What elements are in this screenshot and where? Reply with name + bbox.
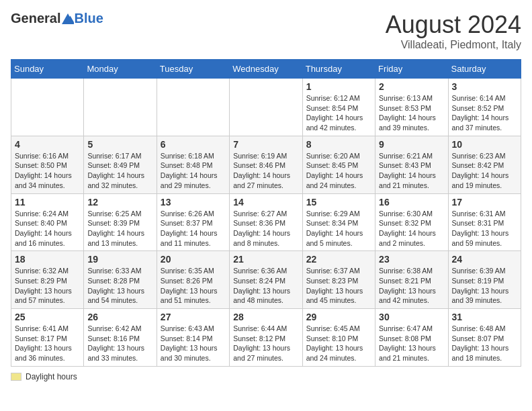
calendar-cell [157,79,229,136]
day-number: 19 [87,254,152,265]
calendar-cell: 2Sunrise: 6:13 AMSunset: 8:53 PMDaylight… [375,79,448,136]
calendar-cell: 5Sunrise: 6:17 AMSunset: 8:49 PMDaylight… [84,136,157,193]
day-detail: Sunrise: 6:48 AMSunset: 8:07 PMDaylight:… [452,324,517,363]
day-number: 9 [379,139,444,150]
calendar-cell: 6Sunrise: 6:18 AMSunset: 8:48 PMDaylight… [157,136,229,193]
day-number: 6 [161,139,226,150]
day-number: 13 [161,197,226,208]
day-detail: Sunrise: 6:14 AMSunset: 8:52 PMDaylight:… [452,93,517,133]
calendar-cell: 11Sunrise: 6:24 AMSunset: 8:40 PMDayligh… [11,193,84,251]
logo-general-text: General [11,11,60,26]
day-number: 26 [87,312,152,322]
day-number: 1 [306,81,371,92]
calendar-cell: 29Sunrise: 6:45 AMSunset: 8:10 PMDayligh… [302,309,375,367]
day-detail: Sunrise: 6:12 AMSunset: 8:54 PMDaylight:… [306,93,371,133]
day-number: 24 [452,254,517,265]
calendar-cell: 15Sunrise: 6:29 AMSunset: 8:34 PMDayligh… [302,193,375,251]
calendar-cell: 23Sunrise: 6:38 AMSunset: 8:21 PMDayligh… [375,251,448,309]
day-detail: Sunrise: 6:41 AMSunset: 8:17 PMDaylight:… [15,324,80,363]
day-detail: Sunrise: 6:13 AMSunset: 8:53 PMDaylight:… [379,93,444,133]
day-detail: Sunrise: 6:36 AMSunset: 8:24 PMDaylight:… [233,266,298,306]
calendar-cell: 24Sunrise: 6:39 AMSunset: 8:19 PMDayligh… [448,251,521,309]
calendar-cell: 17Sunrise: 6:31 AMSunset: 8:31 PMDayligh… [448,193,521,251]
calendar-cell: 12Sunrise: 6:25 AMSunset: 8:39 PMDayligh… [84,193,157,251]
legend: Daylight hours [11,372,521,381]
day-number: 4 [15,139,80,150]
day-number: 31 [452,312,517,322]
calendar-cell: 10Sunrise: 6:23 AMSunset: 8:42 PMDayligh… [448,136,521,193]
calendar-cell: 31Sunrise: 6:48 AMSunset: 8:07 PMDayligh… [448,309,521,367]
day-number: 3 [452,81,517,92]
calendar-cell: 9Sunrise: 6:21 AMSunset: 8:43 PMDaylight… [375,136,448,193]
day-detail: Sunrise: 6:43 AMSunset: 8:14 PMDaylight:… [161,324,226,363]
calendar-cell [11,79,84,136]
day-number: 14 [233,197,298,208]
calendar-cell: 20Sunrise: 6:35 AMSunset: 8:26 PMDayligh… [157,251,229,309]
calendar-cell: 26Sunrise: 6:42 AMSunset: 8:16 PMDayligh… [84,309,157,367]
day-number: 25 [15,312,80,322]
day-number: 10 [452,139,517,150]
day-detail: Sunrise: 6:45 AMSunset: 8:10 PMDaylight:… [306,324,371,363]
day-number: 30 [379,312,444,322]
day-detail: Sunrise: 6:37 AMSunset: 8:23 PMDaylight:… [306,266,371,306]
day-number: 12 [87,197,152,208]
calendar-cell: 25Sunrise: 6:41 AMSunset: 8:17 PMDayligh… [11,309,84,367]
day-number: 28 [233,312,298,322]
calendar-cell: 4Sunrise: 6:16 AMSunset: 8:50 PMDaylight… [11,136,84,193]
col-header-thursday: Thursday [302,60,375,79]
month-year-title: August 2024 [386,11,521,39]
day-number: 29 [306,312,371,322]
day-detail: Sunrise: 6:38 AMSunset: 8:21 PMDaylight:… [379,266,444,306]
calendar-cell [230,79,302,136]
calendar-week-4: 18Sunrise: 6:32 AMSunset: 8:29 PMDayligh… [11,251,521,309]
day-detail: Sunrise: 6:29 AMSunset: 8:34 PMDaylight:… [306,209,371,248]
day-detail: Sunrise: 6:18 AMSunset: 8:48 PMDaylight:… [161,151,226,191]
calendar-cell: 30Sunrise: 6:47 AMSunset: 8:08 PMDayligh… [375,309,448,367]
day-detail: Sunrise: 6:35 AMSunset: 8:26 PMDaylight:… [161,266,226,306]
calendar-cell: 19Sunrise: 6:33 AMSunset: 8:28 PMDayligh… [84,251,157,309]
calendar-cell: 13Sunrise: 6:26 AMSunset: 8:37 PMDayligh… [157,193,229,251]
day-detail: Sunrise: 6:27 AMSunset: 8:36 PMDaylight:… [233,209,298,248]
day-detail: Sunrise: 6:21 AMSunset: 8:43 PMDaylight:… [379,151,444,191]
calendar-cell: 8Sunrise: 6:20 AMSunset: 8:45 PMDaylight… [302,136,375,193]
day-number: 5 [87,139,152,150]
legend-label: Daylight hours [26,372,77,381]
logo-blue-text: Blue [74,11,103,26]
calendar-cell: 21Sunrise: 6:36 AMSunset: 8:24 PMDayligh… [230,251,302,309]
calendar-header-row: SundayMondayTuesdayWednesdayThursdayFrid… [11,60,521,79]
day-number: 16 [379,197,444,208]
day-number: 27 [161,312,226,322]
calendar-cell: 16Sunrise: 6:30 AMSunset: 8:32 PMDayligh… [375,193,448,251]
day-detail: Sunrise: 6:17 AMSunset: 8:49 PMDaylight:… [87,151,152,191]
day-detail: Sunrise: 6:47 AMSunset: 8:08 PMDaylight:… [379,324,444,363]
day-detail: Sunrise: 6:26 AMSunset: 8:37 PMDaylight:… [161,209,226,248]
calendar-cell: 14Sunrise: 6:27 AMSunset: 8:36 PMDayligh… [230,193,302,251]
day-number: 21 [233,254,298,265]
day-number: 22 [306,254,371,265]
day-detail: Sunrise: 6:39 AMSunset: 8:19 PMDaylight:… [452,266,517,306]
logo: General Blue [11,11,103,26]
col-header-saturday: Saturday [448,60,521,79]
calendar-cell: 1Sunrise: 6:12 AMSunset: 8:54 PMDaylight… [302,79,375,136]
calendar-week-5: 25Sunrise: 6:41 AMSunset: 8:17 PMDayligh… [11,309,521,367]
calendar-cell: 28Sunrise: 6:44 AMSunset: 8:12 PMDayligh… [230,309,302,367]
day-detail: Sunrise: 6:16 AMSunset: 8:50 PMDaylight:… [15,151,80,191]
calendar-cell: 7Sunrise: 6:19 AMSunset: 8:46 PMDaylight… [230,136,302,193]
calendar-cell: 3Sunrise: 6:14 AMSunset: 8:52 PMDaylight… [448,79,521,136]
day-detail: Sunrise: 6:42 AMSunset: 8:16 PMDaylight:… [87,324,152,363]
day-number: 11 [15,197,80,208]
calendar-cell: 27Sunrise: 6:43 AMSunset: 8:14 PMDayligh… [157,309,229,367]
calendar-cell: 22Sunrise: 6:37 AMSunset: 8:23 PMDayligh… [302,251,375,309]
legend-color-box [11,373,21,381]
day-number: 20 [161,254,226,265]
day-detail: Sunrise: 6:33 AMSunset: 8:28 PMDaylight:… [87,266,152,306]
calendar-cell [84,79,157,136]
title-area: August 2024 Villadeati, Piedmont, Italy [386,11,521,51]
day-detail: Sunrise: 6:23 AMSunset: 8:42 PMDaylight:… [452,151,517,191]
day-number: 2 [379,81,444,92]
day-number: 15 [306,197,371,208]
day-detail: Sunrise: 6:44 AMSunset: 8:12 PMDaylight:… [233,324,298,363]
calendar-cell: 18Sunrise: 6:32 AMSunset: 8:29 PMDayligh… [11,251,84,309]
day-detail: Sunrise: 6:20 AMSunset: 8:45 PMDaylight:… [306,151,371,191]
col-header-tuesday: Tuesday [157,60,229,79]
